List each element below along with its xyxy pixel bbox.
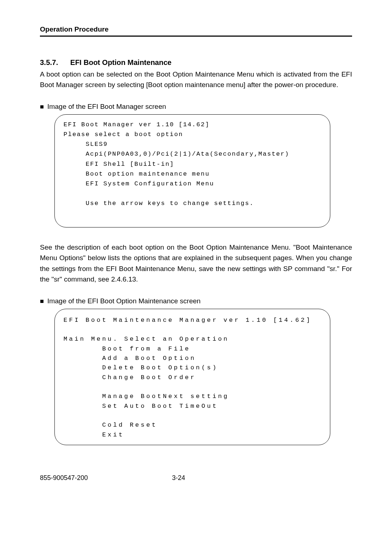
screen1-line: Please select a boot option (64, 130, 321, 139)
screen2-line: Set Auto Boot TimeOut (64, 402, 321, 411)
footer: 855-900547-200 3-24 (40, 474, 185, 482)
screen1-line: Use the arrow keys to change settings. (64, 198, 321, 208)
caption1-text: Image of the EFI Boot Manager screen (47, 103, 166, 110)
screen2-line: Delete Boot Option(s) (64, 363, 321, 373)
screen2-blank (64, 382, 321, 392)
page: Operation Procedure 3.5.7. EFI Boot Opti… (0, 0, 392, 504)
efi-boot-manager-screen: EFI Boot Manager ver 1.10 [14.62] Please… (54, 114, 330, 227)
running-header: Operation Procedure (40, 25, 352, 33)
bullet-icon: ■ (40, 297, 44, 305)
screen2-blank (64, 325, 321, 335)
doc-number: 855-900547-200 (40, 474, 88, 482)
screen1-line: EFI Shell [Built-in] (64, 159, 321, 169)
screen1-line: EFI Boot Manager ver 1.10 [14.62] (64, 120, 321, 130)
caption-screen2: ■ Image of the EFI Boot Option Maintenan… (40, 297, 352, 305)
section-intro: A boot option can be selected on the Boo… (40, 69, 352, 90)
screen1-blank (64, 189, 321, 198)
screen2-line: Add a Boot Option (64, 354, 321, 363)
bullet-icon: ■ (40, 103, 44, 110)
screen2-line: Main Menu. Select an Operation (64, 335, 321, 344)
caption-screen1: ■ Image of the EFI Boot Manager screen (40, 103, 352, 111)
screen1-line: SLES9 (64, 139, 321, 149)
middle-paragraph: See the description of each boot option … (40, 242, 352, 285)
screen1-blank (64, 209, 321, 218)
efi-boot-maintenance-screen: EFI Boot Maintenance Manager ver 1.10 [1… (54, 309, 330, 445)
screen1-line: EFI System Configuration Menu (64, 179, 321, 189)
section-heading: 3.5.7. EFI Boot Option Maintenance (40, 58, 352, 67)
section-title: EFI Boot Option Maintenance (70, 58, 172, 66)
screen1-line: Acpi(PNP0A03,0)/Pci(2|1)/Ata(Secondary,M… (64, 149, 321, 159)
screen2-line: Manage BootNext setting (64, 392, 321, 401)
screen2-line: Change Boot Order (64, 373, 321, 382)
screen1-line: Boot option maintenance menu (64, 169, 321, 179)
caption2-text: Image of the EFI Boot Option Maintenance… (47, 297, 200, 305)
header-rule (40, 36, 352, 37)
page-number: 3-24 (172, 474, 185, 482)
screen2-line: Boot from a File (64, 344, 321, 354)
screen2-line: EFI Boot Maintenance Manager ver 1.10 [1… (64, 316, 321, 325)
screen2-blank (64, 411, 321, 420)
screen2-line: Exit (64, 430, 321, 440)
section-number: 3.5.7. (40, 58, 68, 67)
screen2-line: Cold Reset (64, 420, 321, 430)
